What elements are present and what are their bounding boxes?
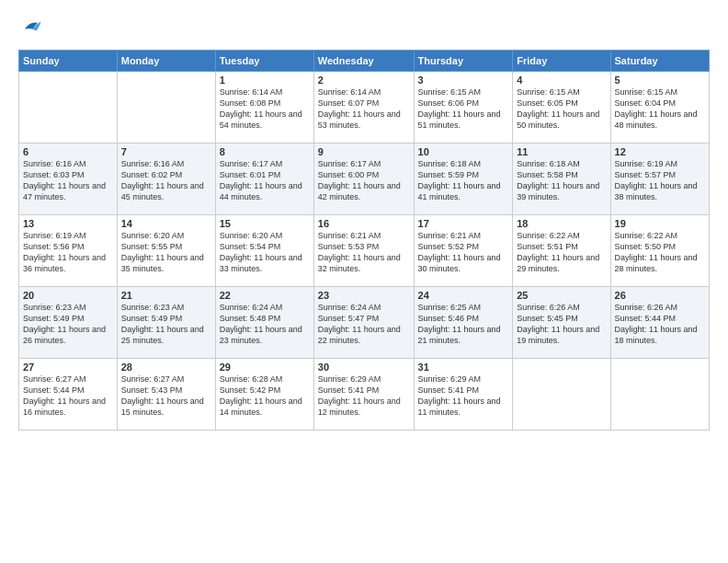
weekday-header-tuesday: Tuesday	[215, 51, 313, 72]
calendar-cell	[19, 72, 118, 144]
calendar-cell: 2 Sunrise: 6:14 AM Sunset: 6:07 PM Dayli…	[313, 72, 414, 144]
calendar-cell: 18 Sunrise: 6:22 AM Sunset: 5:51 PM Dayl…	[513, 215, 610, 287]
day-number: 21	[121, 290, 211, 301]
day-info: Sunrise: 6:21 AM Sunset: 5:53 PM Dayligh…	[318, 230, 410, 275]
day-number: 15	[220, 218, 310, 229]
day-number: 12	[615, 146, 705, 157]
day-info: Sunrise: 6:15 AM Sunset: 6:05 PM Dayligh…	[517, 86, 606, 132]
weekday-header-thursday: Thursday	[414, 51, 513, 72]
day-number: 9	[318, 146, 410, 157]
day-number: 27	[23, 362, 113, 373]
calendar-cell: 20 Sunrise: 6:23 AM Sunset: 5:49 PM Dayl…	[19, 287, 118, 359]
day-number: 29	[220, 362, 310, 373]
day-number: 10	[418, 146, 509, 157]
day-info: Sunrise: 6:29 AM Sunset: 5:41 PM Dayligh…	[418, 373, 509, 419]
header	[18, 15, 710, 40]
calendar-week-3: 13 Sunrise: 6:19 AM Sunset: 5:56 PM Dayl…	[19, 215, 710, 287]
day-info: Sunrise: 6:24 AM Sunset: 5:47 PM Dayligh…	[318, 302, 410, 347]
calendar-cell: 4 Sunrise: 6:15 AM Sunset: 6:05 PM Dayli…	[513, 72, 610, 144]
day-number: 14	[121, 218, 211, 229]
calendar-cell	[610, 359, 709, 431]
day-number: 19	[615, 218, 705, 229]
weekday-header-monday: Monday	[117, 51, 215, 72]
day-number: 31	[418, 362, 509, 373]
day-info: Sunrise: 6:26 AM Sunset: 5:44 PM Dayligh…	[615, 302, 705, 347]
calendar-cell: 21 Sunrise: 6:23 AM Sunset: 5:49 PM Dayl…	[117, 287, 215, 359]
day-info: Sunrise: 6:22 AM Sunset: 5:51 PM Dayligh…	[517, 230, 606, 275]
calendar-week-2: 6 Sunrise: 6:16 AM Sunset: 6:03 PM Dayli…	[19, 144, 710, 215]
calendar-cell: 27 Sunrise: 6:27 AM Sunset: 5:44 PM Dayl…	[19, 359, 118, 431]
calendar-cell: 3 Sunrise: 6:15 AM Sunset: 6:06 PM Dayli…	[414, 72, 513, 144]
calendar-cell: 25 Sunrise: 6:26 AM Sunset: 5:45 PM Dayl…	[513, 287, 610, 359]
logo-bird-icon	[18, 15, 44, 40]
calendar-cell: 13 Sunrise: 6:19 AM Sunset: 5:56 PM Dayl…	[19, 215, 118, 287]
calendar-cell: 17 Sunrise: 6:21 AM Sunset: 5:52 PM Dayl…	[414, 215, 513, 287]
calendar-week-5: 27 Sunrise: 6:27 AM Sunset: 5:44 PM Dayl…	[19, 359, 710, 431]
day-number: 5	[615, 75, 705, 86]
calendar-table: SundayMondayTuesdayWednesdayThursdayFrid…	[18, 50, 710, 431]
calendar-cell: 19 Sunrise: 6:22 AM Sunset: 5:50 PM Dayl…	[610, 215, 709, 287]
day-number: 23	[318, 290, 410, 301]
calendar-cell: 16 Sunrise: 6:21 AM Sunset: 5:53 PM Dayl…	[313, 215, 414, 287]
day-info: Sunrise: 6:15 AM Sunset: 6:04 PM Dayligh…	[615, 86, 705, 132]
calendar-cell: 7 Sunrise: 6:16 AM Sunset: 6:02 PM Dayli…	[117, 144, 215, 215]
calendar-cell: 12 Sunrise: 6:19 AM Sunset: 5:57 PM Dayl…	[610, 144, 709, 215]
calendar-cell: 11 Sunrise: 6:18 AM Sunset: 5:58 PM Dayl…	[513, 144, 610, 215]
day-number: 25	[517, 290, 606, 301]
day-info: Sunrise: 6:19 AM Sunset: 5:56 PM Dayligh…	[23, 230, 113, 275]
day-info: Sunrise: 6:29 AM Sunset: 5:41 PM Dayligh…	[318, 373, 410, 419]
day-number: 6	[23, 146, 113, 157]
day-number: 18	[517, 218, 606, 229]
calendar-cell: 9 Sunrise: 6:17 AM Sunset: 6:00 PM Dayli…	[313, 144, 414, 215]
day-info: Sunrise: 6:25 AM Sunset: 5:46 PM Dayligh…	[418, 302, 509, 347]
day-number: 26	[615, 290, 705, 301]
weekday-header-saturday: Saturday	[610, 51, 709, 72]
weekday-header-sunday: Sunday	[19, 51, 118, 72]
day-info: Sunrise: 6:27 AM Sunset: 5:43 PM Dayligh…	[121, 373, 211, 419]
calendar-cell: 26 Sunrise: 6:26 AM Sunset: 5:44 PM Dayl…	[610, 287, 709, 359]
calendar-cell: 14 Sunrise: 6:20 AM Sunset: 5:55 PM Dayl…	[117, 215, 215, 287]
page: SundayMondayTuesdayWednesdayThursdayFrid…	[0, 0, 728, 563]
calendar-cell: 5 Sunrise: 6:15 AM Sunset: 6:04 PM Dayli…	[610, 72, 709, 144]
day-number: 22	[220, 290, 310, 301]
calendar-cell: 10 Sunrise: 6:18 AM Sunset: 5:59 PM Dayl…	[414, 144, 513, 215]
day-number: 8	[220, 146, 310, 157]
day-number: 4	[517, 75, 606, 86]
calendar-cell	[117, 72, 215, 144]
day-info: Sunrise: 6:19 AM Sunset: 5:57 PM Dayligh…	[615, 158, 705, 203]
day-info: Sunrise: 6:23 AM Sunset: 5:49 PM Dayligh…	[121, 302, 211, 347]
calendar-cell: 30 Sunrise: 6:29 AM Sunset: 5:41 PM Dayl…	[313, 359, 414, 431]
day-info: Sunrise: 6:16 AM Sunset: 6:02 PM Dayligh…	[121, 158, 211, 203]
day-info: Sunrise: 6:14 AM Sunset: 6:08 PM Dayligh…	[220, 86, 310, 132]
day-info: Sunrise: 6:20 AM Sunset: 5:55 PM Dayligh…	[121, 230, 211, 275]
day-info: Sunrise: 6:17 AM Sunset: 6:00 PM Dayligh…	[318, 158, 410, 203]
calendar-week-1: 1 Sunrise: 6:14 AM Sunset: 6:08 PM Dayli…	[19, 72, 710, 144]
calendar-cell: 28 Sunrise: 6:27 AM Sunset: 5:43 PM Dayl…	[117, 359, 215, 431]
day-number: 30	[318, 362, 410, 373]
day-number: 11	[517, 146, 606, 157]
day-info: Sunrise: 6:17 AM Sunset: 6:01 PM Dayligh…	[220, 158, 310, 203]
day-info: Sunrise: 6:22 AM Sunset: 5:50 PM Dayligh…	[615, 230, 705, 275]
calendar-header-row: SundayMondayTuesdayWednesdayThursdayFrid…	[19, 51, 710, 72]
day-number: 17	[418, 218, 509, 229]
day-info: Sunrise: 6:16 AM Sunset: 6:03 PM Dayligh…	[23, 158, 113, 203]
day-info: Sunrise: 6:18 AM Sunset: 5:58 PM Dayligh…	[517, 158, 606, 203]
day-info: Sunrise: 6:20 AM Sunset: 5:54 PM Dayligh…	[220, 230, 310, 275]
day-number: 3	[418, 75, 509, 86]
calendar-body: 1 Sunrise: 6:14 AM Sunset: 6:08 PM Dayli…	[19, 72, 710, 431]
day-number: 20	[23, 290, 113, 301]
day-info: Sunrise: 6:14 AM Sunset: 6:07 PM Dayligh…	[318, 86, 410, 132]
day-number: 16	[318, 218, 410, 229]
day-info: Sunrise: 6:18 AM Sunset: 5:59 PM Dayligh…	[418, 158, 509, 203]
calendar-cell: 8 Sunrise: 6:17 AM Sunset: 6:01 PM Dayli…	[215, 144, 313, 215]
day-number: 24	[418, 290, 509, 301]
calendar-cell: 31 Sunrise: 6:29 AM Sunset: 5:41 PM Dayl…	[414, 359, 513, 431]
calendar-cell: 29 Sunrise: 6:28 AM Sunset: 5:42 PM Dayl…	[215, 359, 313, 431]
day-number: 13	[23, 218, 113, 229]
day-info: Sunrise: 6:24 AM Sunset: 5:48 PM Dayligh…	[220, 302, 310, 347]
day-info: Sunrise: 6:15 AM Sunset: 6:06 PM Dayligh…	[418, 86, 509, 132]
calendar-week-4: 20 Sunrise: 6:23 AM Sunset: 5:49 PM Dayl…	[19, 287, 710, 359]
day-info: Sunrise: 6:27 AM Sunset: 5:44 PM Dayligh…	[23, 373, 113, 419]
day-info: Sunrise: 6:21 AM Sunset: 5:52 PM Dayligh…	[418, 230, 509, 275]
day-number: 1	[220, 75, 310, 86]
